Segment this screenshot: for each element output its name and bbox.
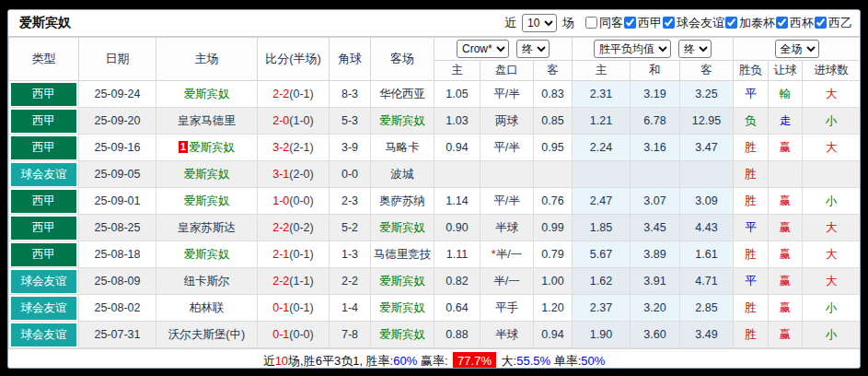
league-tag: 球会友谊 (11, 270, 76, 293)
cell-away-team[interactable]: 爱斯宾奴 (371, 322, 434, 348)
cell-away-team[interactable]: 马德里竞技 (371, 241, 434, 268)
col-header-avg-draw: 和 (631, 61, 680, 81)
summary-text: 赢率: (417, 354, 451, 368)
cell-goals: 大 (803, 81, 861, 108)
cell-home-team[interactable]: 纽卡斯尔 (156, 268, 258, 295)
cell-corner: 2-2 (330, 268, 371, 295)
cell-goals: 大 (803, 268, 861, 295)
table-row: 西甲 25-08-18 爱斯宾奴 2-1(0-1) 1-3 马德里竞技 1.11… (9, 241, 861, 268)
cell-date: 25-07-31 (79, 322, 156, 348)
cell-league-type: 西甲 (9, 108, 79, 135)
cell-odds-home: 0.82 (434, 268, 480, 295)
cell-league-type: 球会友谊 (9, 322, 79, 348)
cell-score: 2-1(0-1) (258, 241, 330, 268)
cell-avg-away: 12.95 (680, 108, 734, 135)
cell-corner: 1-3 (330, 241, 371, 268)
cell-away-team[interactable]: 爱斯宾奴 (371, 108, 434, 135)
period-select[interactable]: 全场 (775, 40, 819, 58)
cell-score: 0-1(0-1) (258, 295, 330, 322)
filter-checkbox-3[interactable]: 加泰杯 (724, 15, 775, 31)
cell-date: 25-09-05 (79, 161, 156, 188)
cell-odds-home: 0.88 (434, 322, 480, 348)
cell-away-team[interactable]: 爱斯宾奴 (371, 295, 434, 322)
cell-home-team[interactable]: 1爱斯宾奴 (156, 135, 258, 161)
cell-avg-home: 2.31 (573, 81, 631, 108)
cell-avg-draw: 3.60 (631, 322, 680, 348)
cell-home-team[interactable]: 沃尔夫斯堡(中) (156, 322, 258, 348)
cell-goals: 小 (803, 188, 861, 215)
cell-result: 胜 (734, 322, 769, 348)
cell-home-team[interactable]: 爱斯宾奴 (156, 241, 258, 268)
cell-home-team[interactable]: 爱斯宾奴 (156, 188, 258, 215)
filter-checkbox-1[interactable]: 西甲 (623, 15, 662, 31)
europe-time-select[interactable]: 终 (678, 40, 712, 58)
cell-away-team[interactable]: 马略卡 (371, 135, 434, 161)
cell-home-team[interactable]: 皇家苏斯达 (156, 215, 258, 241)
checkbox-icon[interactable] (776, 17, 788, 29)
cell-handicap (480, 161, 534, 188)
cell-avg-away: 4.71 (680, 268, 734, 295)
cell-odds-away: 1.20 (534, 295, 573, 322)
checkbox-icon[interactable] (624, 17, 636, 29)
table-row: 球会友谊 25-08-09 纽卡斯尔 2-2(1-1) 2-2 爱斯宾奴 0.8… (9, 268, 861, 295)
cell-away-team[interactable]: 奥萨苏纳 (371, 188, 434, 215)
col-header-goals: 进球数 (803, 61, 861, 81)
col-header-type: 类型 (9, 38, 79, 81)
cell-home-team[interactable]: 柏林联 (156, 295, 258, 322)
league-tag: 球会友谊 (11, 163, 76, 186)
cell-score: 0-1(0-0) (258, 322, 330, 348)
cell-avg-away: 3.25 (680, 81, 734, 108)
cell-goals: 大 (803, 241, 861, 268)
recent-count-select[interactable]: 10 (522, 14, 557, 32)
col-header-score: 比分(半场) (258, 38, 330, 81)
handicap-group-header: Crow* 终 (434, 38, 573, 61)
col-header-handicap-result: 让球 (769, 61, 803, 81)
cell-avg-draw: 3.20 (631, 295, 680, 322)
filter-checkbox-2[interactable]: 球会友谊 (662, 15, 724, 31)
cell-home-team[interactable]: 皇家马德里 (156, 108, 258, 135)
filter-checkbox-4[interactable]: 西杯 (775, 15, 814, 31)
col-header-corner: 角球 (330, 38, 371, 81)
cell-result: 胜 (734, 295, 769, 322)
cell-handicap-result: 赢 (769, 322, 803, 348)
cell-corner: 8-3 (330, 81, 371, 108)
cell-home-team[interactable]: 爱斯宾奴 (156, 81, 258, 108)
table-row: 西甲 25-09-20 皇家马德里 2-0(1-0) 5-3 爱斯宾奴 1.03… (9, 108, 861, 135)
cell-corner: 7-8 (330, 322, 371, 348)
checkbox-icon[interactable] (725, 17, 737, 29)
filter-checkbox-0[interactable]: 同客 (584, 15, 623, 31)
cell-league-type: 西甲 (9, 188, 79, 215)
recent-label: 近 (504, 15, 516, 31)
period-group-header: 全场 (734, 38, 861, 61)
cell-odds-away: 0.95 (534, 135, 573, 161)
checkbox-icon[interactable] (585, 17, 597, 29)
cell-odds-home: 1.11 (434, 241, 480, 268)
cell-away-team[interactable]: 华伦西亚 (371, 81, 434, 108)
summary-footer: 近10场,胜6平3负1, 胜率:60% 赢率: 77.7% 大:55.5% 单率… (8, 348, 860, 369)
league-tag: 球会友谊 (11, 297, 76, 320)
cell-avg-draw: 6.78 (631, 108, 680, 135)
checkbox-icon[interactable] (663, 17, 675, 29)
stats-panel: 爱斯宾奴 近 10 场 同客西甲球会友谊加泰杯西杯西乙 类型 日期 主场 比分(… (7, 9, 861, 369)
checkbox-icon[interactable] (815, 17, 827, 29)
cell-handicap: 平手 (480, 295, 534, 322)
league-tag: 西甲 (11, 83, 76, 106)
handicap-time-select[interactable]: 终 (516, 40, 550, 58)
cell-handicap-result: 赢 (769, 188, 803, 215)
bookmaker-select[interactable]: Crow* (457, 40, 509, 58)
cell-odds-home: 1.05 (434, 81, 480, 108)
cell-away-team[interactable]: 爱斯宾奴 (371, 215, 434, 241)
cell-odds-away: 0.99 (534, 215, 573, 241)
cell-date: 25-09-24 (79, 81, 156, 108)
col-header-avg-home: 主 (573, 61, 631, 81)
cell-avg-draw: 3.91 (631, 268, 680, 295)
cell-handicap: 平/半 (480, 135, 534, 161)
avg-type-select[interactable]: 胜平负均值 (594, 40, 671, 58)
cell-odds-home: 1.14 (434, 188, 480, 215)
filter-checkbox-5[interactable]: 西乙 (814, 15, 852, 31)
cell-away-team[interactable]: 爱斯宾奴 (371, 268, 434, 295)
cell-score: 2-0(1-0) (258, 108, 330, 135)
cell-away-team[interactable]: 波城 (371, 161, 434, 188)
cell-home-team[interactable]: 爱斯宾奴 (156, 161, 258, 188)
cell-result: 胜 (734, 135, 769, 161)
